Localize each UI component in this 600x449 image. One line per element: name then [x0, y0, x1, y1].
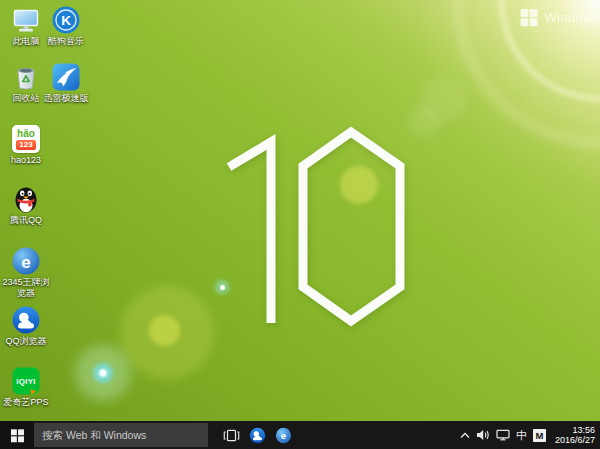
desktop-icon-tencent-qq[interactable]: 腾讯QQ: [0, 184, 52, 226]
thunder-bird-icon: [51, 62, 81, 92]
search-input[interactable]: [34, 429, 208, 441]
desktop-icon-thunder[interactable]: 迅雷极速版: [40, 62, 92, 104]
icon-label: 回收站: [13, 93, 40, 104]
taskbar: e 中: [0, 421, 600, 449]
taskbar-clock[interactable]: 13:56 2016/6/27: [552, 425, 595, 446]
iqiyi-icon: iQIYI: [11, 366, 41, 396]
icon-label: 爱奇艺PPS: [3, 397, 48, 408]
desktop-icon-iqiyi-pps[interactable]: iQIYI 爱奇艺PPS: [0, 366, 52, 408]
hao123-icon: hǎo 123: [11, 124, 41, 154]
desktop-icon-qq-browser[interactable]: QQ浏览器: [0, 305, 52, 347]
network-button[interactable]: [496, 429, 510, 441]
ime-brand-indicator[interactable]: M: [533, 429, 546, 442]
2345-e-icon: e: [275, 427, 292, 444]
sparkle: [215, 280, 229, 294]
task-view-button[interactable]: [220, 421, 242, 449]
qq-browser-icon: [249, 427, 266, 444]
icon-label: 腾讯QQ: [10, 215, 42, 226]
svg-text:e: e: [280, 430, 286, 441]
clock-date: 2016/6/27: [555, 435, 595, 446]
tray-overflow-button[interactable]: [460, 432, 470, 439]
cyan-glow: [75, 345, 131, 401]
kugou-icon: K: [51, 5, 81, 35]
start-button[interactable]: [0, 421, 34, 449]
svg-text:K: K: [61, 13, 71, 28]
monitor-icon: [11, 5, 41, 35]
desktop-icon-kugou-music[interactable]: K 酷狗音乐: [40, 5, 92, 47]
icon-label: QQ浏览器: [5, 336, 46, 347]
windows-watermark: Windows: [520, 8, 600, 27]
bokeh-circle: [149, 315, 180, 346]
sparkle: [220, 285, 225, 290]
icon-label: 酷狗音乐: [48, 36, 84, 47]
system-tray: 中 M 13:56 2016/6/27: [460, 421, 600, 449]
taskbar-qq-browser-button[interactable]: [246, 421, 268, 449]
icon-label: 此电脑: [13, 36, 40, 47]
desktop-icon-2345-browser[interactable]: e 2345王牌浏览器: [0, 246, 52, 298]
bokeh-circle: [340, 166, 378, 204]
bokeh-circle: [408, 106, 440, 138]
windows-flag-icon: [520, 8, 539, 27]
bokeh-circle: [120, 286, 214, 380]
speaker-icon: [476, 429, 490, 441]
windows-10-desktop: Windows 此电脑 K 酷狗音乐: [0, 0, 600, 449]
qq-browser-icon: [11, 305, 41, 335]
network-icon: [496, 429, 510, 441]
icon-label: hao123: [11, 155, 41, 166]
windows-start-icon: [10, 428, 25, 443]
chevron-up-icon: [460, 432, 470, 439]
svg-text:e: e: [21, 253, 30, 272]
ime-mode-indicator[interactable]: 中: [516, 430, 527, 441]
taskbar-search-box[interactable]: [34, 423, 208, 447]
2345-e-icon: e: [11, 246, 41, 276]
qq-penguin-icon: [11, 184, 41, 214]
svg-text:iQIYI: iQIYI: [16, 377, 36, 386]
cyan-glow: [93, 363, 113, 383]
cyan-glow: [99, 369, 107, 377]
watermark-label: Windows: [544, 10, 600, 25]
volume-button[interactable]: [476, 429, 490, 441]
task-view-icon: [223, 429, 240, 442]
recycle-bin-icon: [11, 62, 41, 92]
bokeh-circle: [420, 77, 466, 123]
icon-label: 2345王牌浏览器: [0, 277, 52, 298]
icon-label: 迅雷极速版: [44, 93, 89, 104]
desktop-icon-hao123[interactable]: hǎo 123 hao123: [0, 124, 52, 166]
taskbar-2345-browser-button[interactable]: e: [272, 421, 294, 449]
clock-time: 13:56: [555, 425, 595, 436]
